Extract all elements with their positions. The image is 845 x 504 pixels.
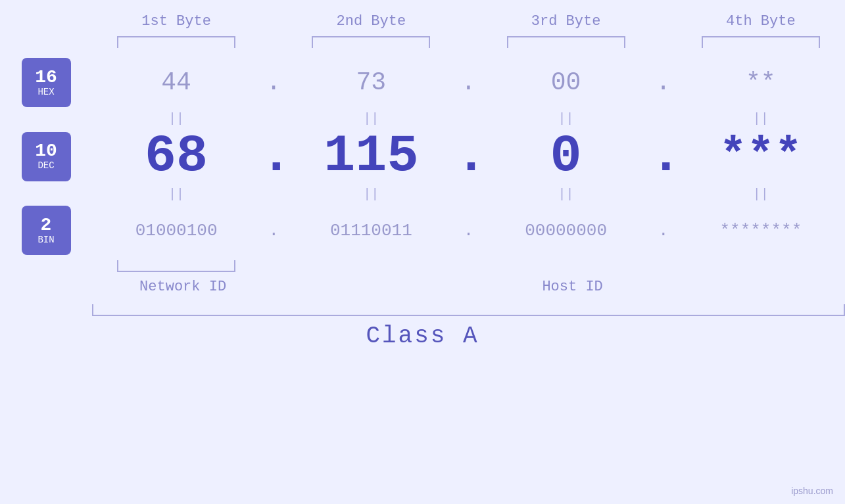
bracket-top-1 [117, 36, 235, 48]
eq1-b4: || [677, 107, 845, 130]
long-bracket-row [92, 304, 845, 316]
watermark: ipshu.com [791, 486, 833, 496]
bin-b4: ******** [719, 221, 802, 241]
network-id-label: Network ID [92, 279, 274, 295]
host-id-label: Host ID [300, 279, 845, 295]
hex-values: 44 . 73 . 00 . ** [92, 68, 845, 97]
bin-dot3: . [658, 221, 669, 241]
dec-badge-number: 10 [35, 142, 57, 160]
dec-b1: 68 [145, 126, 208, 186]
hex-badge-number: 16 [35, 68, 57, 87]
hex-dot1: . [266, 68, 281, 97]
hex-b1: 44 [161, 68, 191, 97]
class-row: Class A [0, 323, 845, 350]
bin-b2: 01110011 [330, 221, 412, 241]
hex-row: 16 HEX 44 . 73 . 00 . ** [0, 58, 845, 107]
main-container: 1st Byte 2nd Byte 3rd Byte 4th Byte 16 H… [0, 0, 845, 504]
header-byte1: 1st Byte [92, 13, 260, 30]
header-byte4: 4th Byte [677, 13, 845, 30]
bin-badge-number: 2 [41, 216, 52, 235]
header-byte2: 2nd Byte [287, 13, 455, 30]
bracket-top-4 [702, 36, 820, 48]
dec-values: 68 . 115 . 0 . *** [92, 130, 845, 183]
bin-dot1: . [268, 221, 279, 241]
id-labels: Network ID Host ID [92, 279, 845, 295]
headers-row: 1st Byte 2nd Byte 3rd Byte 4th Byte [92, 13, 845, 30]
hex-badge: 16 HEX [22, 58, 71, 107]
bin-b1: 01000100 [135, 221, 218, 241]
bin-badge-label: BIN [37, 235, 54, 245]
bin-badge: 2 BIN [22, 206, 71, 255]
dec-row: 10 DEC 68 . 115 . 0 . *** [0, 130, 845, 183]
hex-b2: 73 [356, 68, 387, 97]
eq2-b2: || [287, 183, 455, 206]
equals-row-2: || || || || [92, 183, 845, 206]
eq2-b4: || [677, 183, 845, 206]
hex-b3: 00 [551, 68, 581, 97]
bin-b3: 00000000 [525, 221, 607, 241]
long-bracket [92, 304, 845, 316]
header-byte3: 3rd Byte [482, 13, 650, 30]
dec-badge-cell: 10 DEC [0, 132, 92, 181]
bin-badge-cell: 2 BIN [0, 206, 92, 255]
hex-b4: ** [746, 68, 776, 97]
dec-b4: *** [719, 130, 802, 182]
hex-badge-cell: 16 HEX [0, 58, 92, 107]
hex-dot2: . [461, 68, 476, 97]
bin-values: 01000100 . 01110011 . 00000000 . *******… [92, 221, 845, 241]
hex-dot3: . [656, 68, 671, 97]
bracket-top-2 [312, 36, 430, 48]
dec-b3: 0 [550, 126, 582, 186]
bin-dot2: . [464, 221, 474, 241]
hex-badge-label: HEX [37, 87, 54, 97]
bracket-top-3 [507, 36, 625, 48]
dec-badge: 10 DEC [22, 132, 71, 181]
eq2-b1: || [92, 183, 260, 206]
bin-row: 2 BIN 01000100 . 01110011 . 00000000 . *… [0, 206, 845, 255]
eq2-b3: || [482, 183, 650, 206]
dec-badge-label: DEC [37, 160, 54, 171]
top-brackets [92, 36, 845, 48]
bracket-bottom-1 [117, 260, 235, 272]
bottom-brackets [92, 260, 845, 272]
class-label: Class A [366, 323, 479, 350]
dec-b2: 115 [324, 126, 418, 186]
